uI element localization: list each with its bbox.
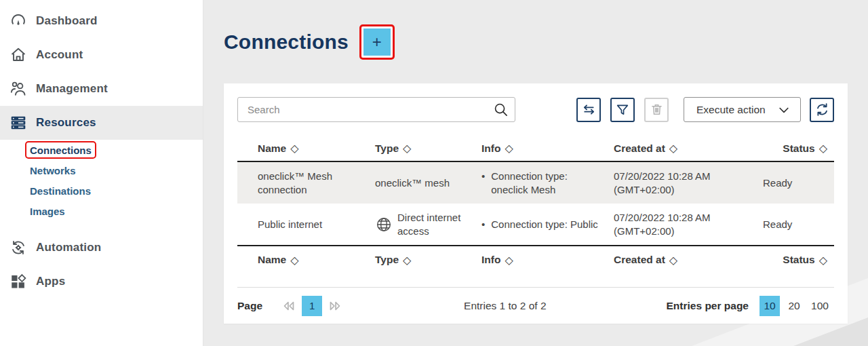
status-badge: Ready: [763, 176, 827, 190]
sort-icon[interactable]: ◇: [819, 254, 827, 267]
connections-panel: Execute action: [224, 83, 848, 324]
per-page-option-20[interactable]: 20: [783, 296, 806, 316]
sidebar-item-label: Networks: [30, 165, 76, 176]
execute-action-label: Execute action: [696, 104, 766, 116]
globe-icon: [375, 216, 393, 233]
table-toolbar: Execute action: [237, 97, 834, 122]
page-label: Page: [237, 300, 262, 312]
column-header-name[interactable]: Name ◇: [258, 254, 375, 267]
cell-name: oneclick™ Mesh connection: [258, 170, 356, 197]
cell-info: • Connection type: Public: [481, 218, 600, 231]
annotation-highlight: Connections: [25, 141, 96, 159]
sidebar: Dashboard Account Management: [0, 0, 203, 346]
column-header-info[interactable]: Info ◇: [481, 142, 614, 155]
sidebar-item-destinations[interactable]: Destinations: [30, 180, 203, 201]
servers-icon: [9, 114, 27, 132]
sort-icon[interactable]: ◇: [669, 142, 677, 155]
gauge-icon: [9, 12, 27, 30]
sort-icon[interactable]: ◇: [505, 142, 513, 155]
column-header-created-at[interactable]: Created at ◇: [614, 254, 763, 267]
home-icon: [9, 46, 27, 64]
per-page-option-10[interactable]: 10: [760, 296, 780, 316]
automation-icon: [9, 239, 27, 256]
swap-columns-button[interactable]: [576, 98, 601, 122]
search-input[interactable]: [237, 97, 515, 122]
sort-icon[interactable]: ◇: [290, 142, 298, 155]
refresh-icon: [814, 102, 830, 117]
sidebar-item-connections[interactable]: Connections: [30, 140, 203, 160]
swap-arrows-icon: [581, 102, 597, 117]
resources-submenu: Connections Networks Destinations Images: [0, 140, 203, 221]
column-header-status[interactable]: Status ◇: [763, 142, 827, 155]
sort-icon[interactable]: ◇: [290, 254, 298, 267]
search-wrap: [237, 97, 515, 122]
page-number-button[interactable]: 1: [302, 296, 322, 316]
status-badge: Ready: [763, 218, 827, 231]
sidebar-item-label: Account: [36, 48, 83, 62]
add-connection-button[interactable]: +: [363, 28, 391, 56]
column-header-status[interactable]: Status ◇: [763, 254, 827, 267]
sidebar-item-apps[interactable]: Apps: [0, 265, 203, 299]
search-icon[interactable]: [493, 102, 509, 117]
toolbar-buttons: Execute action: [576, 97, 834, 122]
sort-icon[interactable]: ◇: [819, 142, 827, 155]
sidebar-item-label: Images: [30, 206, 65, 217]
pagination-bar: Page 1 Entries 1 to 2 of 2 Entries per p…: [237, 287, 834, 324]
plus-icon: +: [372, 33, 382, 52]
sort-icon[interactable]: ◇: [505, 254, 513, 267]
title-row: Connections +: [224, 24, 848, 60]
users-icon: [9, 80, 27, 98]
delete-button[interactable]: [644, 98, 669, 122]
cell-type: oneclick™ mesh: [375, 176, 477, 190]
table-footer-header-row: Name ◇ Type ◇ Info ◇ Created at ◇ Status…: [237, 245, 834, 273]
sidebar-item-label: Management: [36, 82, 108, 96]
entries-summary: Entries 1 to 2 of 2: [344, 300, 666, 312]
sidebar-item-label: Apps: [36, 275, 65, 288]
filter-icon: [615, 102, 630, 117]
bullet-icon: •: [481, 170, 485, 197]
sidebar-item-networks[interactable]: Networks: [30, 160, 203, 180]
cell-info: • Connection type: oneclick Mesh: [481, 170, 600, 197]
refresh-button[interactable]: [810, 98, 834, 122]
column-header-type[interactable]: Type ◇: [375, 142, 481, 155]
cell-created-at: 07/20/2022 10:28 AM (GMT+02:00): [614, 211, 746, 238]
sort-icon[interactable]: ◇: [403, 142, 411, 155]
cell-type: Direct internet access: [375, 211, 477, 238]
trash-icon: [650, 102, 664, 117]
sidebar-item-label: Destinations: [30, 185, 91, 197]
sidebar-item-label: Resources: [36, 116, 96, 130]
sort-icon[interactable]: ◇: [669, 254, 677, 267]
apps-icon: [9, 273, 27, 290]
first-page-icon[interactable]: [280, 297, 298, 315]
cell-created-at: 07/20/2022 10:28 AM (GMT+02:00): [614, 170, 746, 197]
last-page-icon[interactable]: [326, 297, 344, 315]
page-title: Connections: [224, 31, 349, 54]
column-header-type[interactable]: Type ◇: [375, 254, 481, 267]
sidebar-item-label: Connections: [30, 145, 92, 156]
sidebar-item-label: Automation: [36, 241, 101, 254]
column-header-name[interactable]: Name ◇: [258, 142, 375, 155]
sort-icon[interactable]: ◇: [403, 254, 411, 267]
sidebar-item-automation[interactable]: Automation: [0, 231, 203, 265]
sidebar-item-images[interactable]: Images: [30, 201, 203, 221]
per-page-options: 10 20 100: [760, 296, 831, 316]
sidebar-item-dashboard[interactable]: Dashboard: [0, 4, 203, 38]
execute-action-dropdown[interactable]: Execute action: [684, 97, 801, 122]
sidebar-item-resources[interactable]: Resources: [0, 106, 203, 140]
filter-button[interactable]: [610, 98, 635, 122]
per-page-option-100[interactable]: 100: [808, 296, 831, 316]
sidebar-item-label: Dashboard: [36, 14, 98, 28]
entries-per-page-label: Entries per page: [667, 300, 749, 312]
table-header-row: Name ◇ Type ◇ Info ◇ Created at ◇ Status…: [237, 140, 834, 162]
main-content: Connections +: [203, 0, 868, 346]
sidebar-item-account[interactable]: Account: [0, 38, 203, 72]
bullet-icon: •: [481, 218, 485, 231]
column-header-info[interactable]: Info ◇: [481, 254, 614, 267]
column-header-created-at[interactable]: Created at ◇: [614, 142, 763, 155]
table-row[interactable]: Public internet Direct internet access •…: [237, 204, 834, 245]
cell-name: Public internet: [258, 218, 356, 231]
sidebar-item-management[interactable]: Management: [0, 72, 203, 106]
chevron-down-icon: [777, 103, 791, 117]
annotation-highlight: +: [359, 24, 395, 60]
table-row[interactable]: oneclick™ Mesh connection oneclick™ mesh…: [237, 162, 834, 204]
